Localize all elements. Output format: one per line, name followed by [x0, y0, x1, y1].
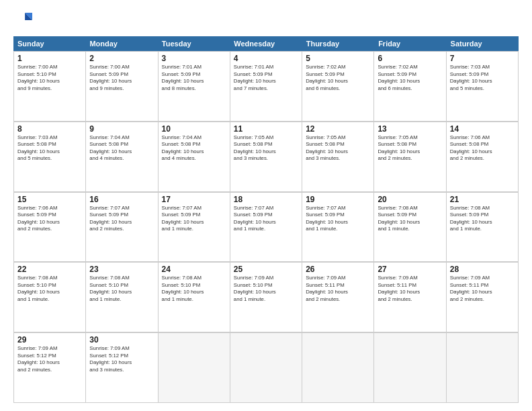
- day-number: 2: [89, 54, 154, 63]
- day-number: 13: [378, 124, 442, 134]
- day-number: 22: [17, 265, 82, 274]
- day-info: Sunrise: 7:09 AMSunset: 5:10 PMDaylight:…: [234, 275, 298, 303]
- day-info: Sunrise: 7:04 AMSunset: 5:08 PMDaylight:…: [89, 134, 154, 163]
- calendar-cell: 9Sunrise: 7:04 AMSunset: 5:08 PMDaylight…: [86, 122, 158, 191]
- calendar-header: SundayMondayTuesdayWednesdayThursdayFrid…: [13, 36, 519, 51]
- day-number: 21: [450, 195, 515, 204]
- day-info: Sunrise: 7:07 AMSunset: 5:09 PMDaylight:…: [306, 205, 370, 233]
- day-number: 28: [450, 265, 515, 274]
- day-number: 8: [17, 124, 82, 134]
- day-info: Sunrise: 7:02 AMSunset: 5:09 PMDaylight:…: [378, 64, 442, 92]
- calendar-cell: [159, 332, 230, 402]
- day-number: 27: [378, 265, 442, 274]
- calendar-cell: 3Sunrise: 7:01 AMSunset: 5:09 PMDaylight…: [159, 51, 230, 121]
- calendar-cell: 23Sunrise: 7:08 AMSunset: 5:10 PMDayligh…: [86, 262, 158, 332]
- calendar-cell: [374, 332, 446, 402]
- day-number: 10: [162, 124, 226, 134]
- day-info: Sunrise: 7:09 AMSunset: 5:11 PMDaylight:…: [378, 275, 442, 303]
- day-info: Sunrise: 7:08 AMSunset: 5:10 PMDaylight:…: [17, 275, 82, 303]
- header-day-saturday: Saturday: [447, 36, 519, 51]
- day-number: 24: [162, 265, 226, 274]
- calendar-cell: 5Sunrise: 7:02 AMSunset: 5:09 PMDaylight…: [302, 51, 374, 121]
- day-info: Sunrise: 7:07 AMSunset: 5:09 PMDaylight:…: [89, 205, 154, 233]
- calendar-cell: 8Sunrise: 7:03 AMSunset: 5:08 PMDaylight…: [14, 122, 86, 191]
- day-info: Sunrise: 7:06 AMSunset: 5:09 PMDaylight:…: [17, 205, 82, 233]
- calendar-cell: 10Sunrise: 7:04 AMSunset: 5:08 PMDayligh…: [159, 122, 230, 191]
- day-number: 17: [162, 195, 226, 204]
- calendar-row-3: 15Sunrise: 7:06 AMSunset: 5:09 PMDayligh…: [13, 192, 519, 263]
- day-number: 3: [162, 54, 226, 63]
- day-info: Sunrise: 7:04 AMSunset: 5:08 PMDaylight:…: [162, 134, 226, 163]
- day-number: 11: [234, 124, 298, 134]
- calendar-row-4: 22Sunrise: 7:08 AMSunset: 5:10 PMDayligh…: [13, 262, 519, 332]
- day-info: Sunrise: 7:01 AMSunset: 5:09 PMDaylight:…: [162, 64, 226, 92]
- logo-icon: [13, 11, 32, 30]
- day-number: 20: [378, 195, 442, 204]
- header-day-thursday: Thursday: [302, 36, 374, 51]
- day-number: 18: [234, 195, 298, 204]
- day-number: 14: [450, 124, 515, 134]
- day-info: Sunrise: 7:08 AMSunset: 5:10 PMDaylight:…: [162, 275, 226, 303]
- calendar-cell: 22Sunrise: 7:08 AMSunset: 5:10 PMDayligh…: [14, 262, 86, 332]
- day-info: Sunrise: 7:08 AMSunset: 5:09 PMDaylight:…: [450, 205, 515, 233]
- header-day-tuesday: Tuesday: [158, 36, 230, 51]
- calendar-cell: 14Sunrise: 7:06 AMSunset: 5:08 PMDayligh…: [447, 122, 519, 191]
- day-number: 29: [17, 335, 82, 345]
- calendar-row-1: 1Sunrise: 7:00 AMSunset: 5:10 PMDaylight…: [13, 51, 519, 122]
- calendar-row-2: 8Sunrise: 7:03 AMSunset: 5:08 PMDaylight…: [13, 122, 519, 192]
- logo: [13, 11, 35, 30]
- day-number: 5: [306, 54, 370, 63]
- day-number: 6: [378, 54, 442, 63]
- page: SundayMondayTuesdayWednesdayThursdayFrid…: [0, 0, 532, 411]
- day-number: 30: [89, 335, 154, 345]
- day-info: Sunrise: 7:09 AMSunset: 5:12 PMDaylight:…: [89, 345, 154, 373]
- calendar-cell: [230, 332, 302, 402]
- calendar-cell: 13Sunrise: 7:05 AMSunset: 5:08 PMDayligh…: [374, 122, 446, 191]
- day-info: Sunrise: 7:09 AMSunset: 5:12 PMDaylight:…: [17, 345, 82, 373]
- calendar-cell: [302, 332, 374, 402]
- day-info: Sunrise: 7:06 AMSunset: 5:08 PMDaylight:…: [450, 134, 515, 163]
- day-number: 4: [234, 54, 298, 63]
- calendar: SundayMondayTuesdayWednesdayThursdayFrid…: [13, 36, 519, 403]
- day-info: Sunrise: 7:09 AMSunset: 5:11 PMDaylight:…: [306, 275, 370, 303]
- day-info: Sunrise: 7:01 AMSunset: 5:09 PMDaylight:…: [234, 64, 298, 92]
- calendar-cell: 6Sunrise: 7:02 AMSunset: 5:09 PMDaylight…: [374, 51, 446, 121]
- header-day-monday: Monday: [85, 36, 157, 51]
- day-number: 23: [89, 265, 154, 274]
- calendar-cell: [447, 332, 519, 402]
- calendar-row-5: 29Sunrise: 7:09 AMSunset: 5:12 PMDayligh…: [13, 332, 519, 403]
- day-number: 12: [306, 124, 370, 134]
- header-day-sunday: Sunday: [13, 36, 85, 51]
- calendar-cell: 1Sunrise: 7:00 AMSunset: 5:10 PMDaylight…: [14, 51, 86, 121]
- day-info: Sunrise: 7:00 AMSunset: 5:10 PMDaylight:…: [17, 64, 82, 92]
- calendar-cell: 7Sunrise: 7:03 AMSunset: 5:09 PMDaylight…: [447, 51, 519, 121]
- day-number: 7: [450, 54, 515, 63]
- calendar-cell: 16Sunrise: 7:07 AMSunset: 5:09 PMDayligh…: [86, 192, 158, 262]
- calendar-cell: 25Sunrise: 7:09 AMSunset: 5:10 PMDayligh…: [230, 262, 302, 332]
- day-info: Sunrise: 7:00 AMSunset: 5:09 PMDaylight:…: [89, 64, 154, 92]
- calendar-cell: 12Sunrise: 7:05 AMSunset: 5:08 PMDayligh…: [302, 122, 374, 191]
- day-number: 25: [234, 265, 298, 274]
- day-number: 15: [17, 195, 82, 204]
- calendar-cell: 21Sunrise: 7:08 AMSunset: 5:09 PMDayligh…: [447, 192, 519, 262]
- calendar-cell: 15Sunrise: 7:06 AMSunset: 5:09 PMDayligh…: [14, 192, 86, 262]
- calendar-cell: 28Sunrise: 7:09 AMSunset: 5:11 PMDayligh…: [447, 262, 519, 332]
- calendar-cell: 27Sunrise: 7:09 AMSunset: 5:11 PMDayligh…: [374, 262, 446, 332]
- day-number: 1: [17, 54, 82, 63]
- day-info: Sunrise: 7:05 AMSunset: 5:08 PMDaylight:…: [378, 134, 442, 163]
- day-info: Sunrise: 7:09 AMSunset: 5:11 PMDaylight:…: [450, 275, 515, 303]
- day-info: Sunrise: 7:05 AMSunset: 5:08 PMDaylight:…: [234, 134, 298, 163]
- day-info: Sunrise: 7:08 AMSunset: 5:10 PMDaylight:…: [89, 275, 154, 303]
- calendar-cell: 20Sunrise: 7:08 AMSunset: 5:09 PMDayligh…: [374, 192, 446, 262]
- day-info: Sunrise: 7:02 AMSunset: 5:09 PMDaylight:…: [306, 64, 370, 92]
- day-info: Sunrise: 7:07 AMSunset: 5:09 PMDaylight:…: [162, 205, 226, 233]
- day-number: 19: [306, 195, 370, 204]
- day-info: Sunrise: 7:03 AMSunset: 5:08 PMDaylight:…: [17, 134, 82, 163]
- calendar-cell: 30Sunrise: 7:09 AMSunset: 5:12 PMDayligh…: [86, 332, 158, 402]
- day-info: Sunrise: 7:07 AMSunset: 5:09 PMDaylight:…: [234, 205, 298, 233]
- calendar-cell: 4Sunrise: 7:01 AMSunset: 5:09 PMDaylight…: [230, 51, 302, 121]
- calendar-cell: 11Sunrise: 7:05 AMSunset: 5:08 PMDayligh…: [230, 122, 302, 191]
- header-day-friday: Friday: [374, 36, 446, 51]
- calendar-cell: 2Sunrise: 7:00 AMSunset: 5:09 PMDaylight…: [86, 51, 158, 121]
- day-info: Sunrise: 7:05 AMSunset: 5:08 PMDaylight:…: [306, 134, 370, 163]
